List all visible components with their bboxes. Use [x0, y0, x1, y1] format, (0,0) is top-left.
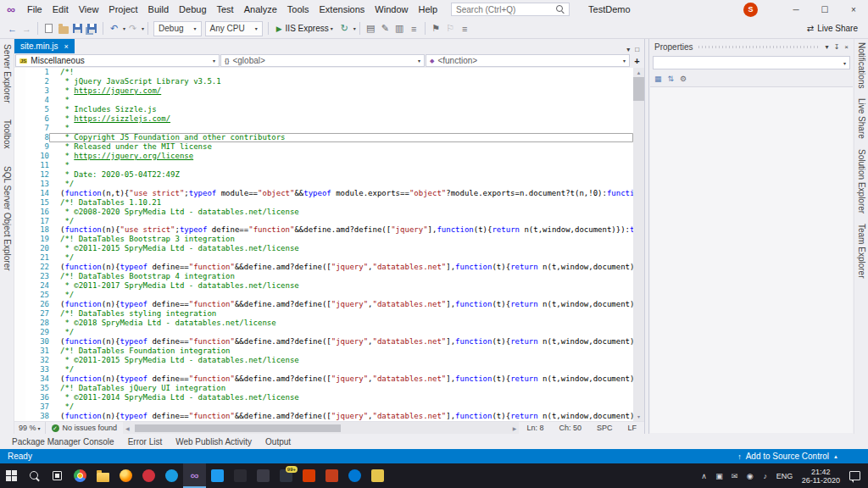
menu-tools[interactable]: Tools — [282, 0, 314, 19]
menu-file[interactable]: File — [22, 0, 47, 19]
code-line[interactable]: 26(function(n){typeof define=="function"… — [25, 300, 633, 309]
property-pages-icon[interactable]: ⚙ — [680, 75, 687, 83]
scroll-up-icon[interactable]: ▲ — [637, 68, 642, 77]
open-file-icon[interactable] — [56, 20, 70, 37]
pin-icon[interactable]: ↧ — [834, 43, 840, 51]
calculator-icon[interactable] — [252, 463, 275, 488]
tool-tab-package-manager-console[interactable]: Package Manager Console — [5, 437, 121, 446]
visual-studio-icon[interactable]: ∞ — [183, 463, 206, 488]
active-files-dropdown-icon[interactable]: ▾ — [626, 46, 630, 53]
edit-icon[interactable]: ✎ — [378, 20, 392, 37]
code-line[interactable]: 23/*! DataTables Bootstrap 4 integration — [25, 272, 633, 281]
code-line[interactable]: 21 */ — [25, 253, 633, 263]
close-panel-icon[interactable]: × — [844, 43, 849, 51]
menu-edit[interactable]: Edit — [47, 0, 74, 19]
chat-icon[interactable]: 99+ — [275, 463, 298, 488]
drag-handle[interactable] — [698, 46, 821, 48]
source-control-button[interactable]: ↑ Add to Source Control ▲ — [737, 452, 838, 461]
code-line[interactable]: 22(function(n){typeof define=="function"… — [25, 263, 633, 272]
bookmark-alt-icon[interactable]: ⚐ — [443, 20, 458, 37]
start-button[interactable] — [0, 463, 23, 488]
menu-analyze[interactable]: Analyze — [239, 0, 282, 19]
live-share-button[interactable]: ⇄ Live Share — [807, 24, 858, 33]
type-dropdown[interactable]: {} <global> ▾ — [220, 54, 425, 67]
menu-extensions[interactable]: Extensions — [314, 0, 370, 19]
tab-site-min-js[interactable]: site.min.js × — [14, 39, 75, 53]
code-line[interactable]: 24 * ©2011-2017 SpryMedia Ltd - datatabl… — [25, 281, 633, 291]
code-line[interactable]: 6 * https://sizzlejs.com/ — [25, 114, 633, 124]
save-icon[interactable] — [70, 20, 85, 37]
vertical-scrollbar[interactable]: ▲ ▾ — [633, 68, 644, 421]
code-line[interactable]: 3 * https://jquery.com/ — [25, 86, 633, 96]
zoom-control[interactable]: 99 % ▾ — [14, 422, 46, 434]
close-tab-icon[interactable]: × — [64, 42, 68, 51]
menu-view[interactable]: View — [74, 0, 104, 19]
right-tab-live-share[interactable]: Live Share — [857, 98, 866, 139]
left-tab-sql-server-object-explorer[interactable]: SQL Server Object Explorer — [3, 166, 12, 271]
menu-test[interactable]: Test — [212, 0, 239, 19]
menu-debug[interactable]: Debug — [174, 0, 211, 19]
live-unit-icon[interactable]: ▤ — [364, 20, 378, 37]
code-line[interactable]: 30(function(n){typeof define=="function"… — [25, 337, 633, 347]
redo-icon[interactable]: ↷ — [125, 20, 140, 37]
code-line[interactable]: 2 * jQuery JavaScript Library v3.5.1 — [25, 77, 633, 86]
scroll-down-icon[interactable]: ▾ — [637, 411, 640, 421]
scroll-right-icon[interactable]: ▶ — [510, 425, 520, 431]
left-tab-toolbox[interactable]: Toolbox — [3, 119, 12, 148]
code-line[interactable]: 14(function(n,t){"use strict";typeof mod… — [25, 189, 633, 198]
vscode-icon[interactable] — [206, 463, 229, 488]
code-line[interactable]: 31/*! DataTables Foundation integration — [25, 347, 633, 356]
code-line[interactable]: 20 * ©2011-2015 SpryMedia Ltd - datatabl… — [25, 244, 633, 253]
debug-target-dropdown[interactable]: Debug▾ — [153, 21, 201, 36]
tool-tab-output[interactable]: Output — [259, 437, 298, 446]
maximize-button[interactable]: ☐ — [810, 0, 839, 19]
code-line[interactable]: 11 * — [25, 161, 633, 170]
code-line[interactable]: 12 * Date: 2020-05-04T22:49Z — [25, 170, 633, 180]
taskbar-clock[interactable]: 21:42 26-11-2020 — [797, 468, 845, 485]
menu-project[interactable]: Project — [103, 0, 142, 19]
code-line[interactable]: 25 */ — [25, 291, 633, 300]
code-line[interactable]: 18(function(n){"use strict";typeof defin… — [25, 225, 633, 235]
mail-icon[interactable]: ✉ — [727, 472, 743, 480]
browser-link-refresh-icon[interactable]: ↻ — [337, 20, 352, 37]
browser-link-caret-icon[interactable]: ▾ — [353, 25, 356, 31]
right-tab-notifications[interactable]: Notifications — [857, 42, 866, 88]
right-tab-solution-explorer[interactable]: Solution Explorer — [857, 149, 866, 214]
skype-icon[interactable] — [343, 463, 366, 488]
status-field-ln[interactable]: Ln: 8 — [519, 424, 551, 432]
code-line[interactable]: 8 * Copyright JS Foundation and other co… — [25, 133, 633, 142]
network-icon[interactable]: ◉ — [743, 472, 758, 480]
add-view-button[interactable]: + — [631, 56, 643, 66]
categorized-icon[interactable]: ▦ — [654, 75, 662, 83]
code-line[interactable]: 34(function(n){typeof define=="function"… — [25, 374, 633, 384]
code-line[interactable]: 10 * https://jquery.org/license — [25, 152, 633, 161]
navigate-backward-icon[interactable]: ← — [5, 20, 19, 37]
code-line[interactable]: 33 */ — [25, 365, 633, 374]
code-line[interactable]: 19/*! DataTables Bootstrap 3 integration — [25, 235, 633, 244]
object-selector-dropdown[interactable]: ▾ — [653, 56, 850, 69]
file-explorer-icon[interactable] — [92, 463, 114, 488]
sticky-notes-icon[interactable] — [366, 463, 389, 488]
alphabetical-icon[interactable]: ⇅ — [668, 75, 675, 83]
scroll-left-icon[interactable]: ◀ — [123, 425, 132, 431]
float-window-icon[interactable]: □ — [635, 46, 639, 53]
code-line[interactable]: 9 * Released under the MIT license — [25, 142, 633, 152]
task-view-button[interactable] — [46, 463, 69, 488]
code-line[interactable]: 7 * — [25, 124, 633, 133]
tool-tab-web-publish-activity[interactable]: Web Publish Activity — [169, 437, 259, 446]
bookmark-icon[interactable]: ⚑ — [429, 20, 443, 37]
window-position-icon[interactable]: ▾ — [826, 43, 829, 51]
code-line[interactable]: 29 */ — [25, 328, 633, 337]
breakpoint-margin[interactable] — [14, 68, 25, 421]
line-menu-icon[interactable]: ≡ — [407, 20, 421, 37]
undo-icon[interactable]: ↶ — [107, 20, 121, 37]
member-dropdown[interactable]: ◆ <function> ▾ — [426, 54, 630, 67]
code-line[interactable]: 5 * Includes Sizzle.js — [25, 105, 633, 114]
redo-caret-icon[interactable]: ▾ — [142, 25, 144, 31]
menu-build[interactable]: Build — [143, 0, 174, 19]
code-line[interactable]: 38(function(n){typeof define=="function"… — [25, 412, 633, 421]
code-line[interactable]: 13 */ — [25, 180, 633, 189]
chrome-icon[interactable] — [69, 463, 92, 488]
right-tab-team-explorer[interactable]: Team Explorer — [857, 224, 866, 278]
volume-icon[interactable]: ♪ — [758, 472, 773, 480]
